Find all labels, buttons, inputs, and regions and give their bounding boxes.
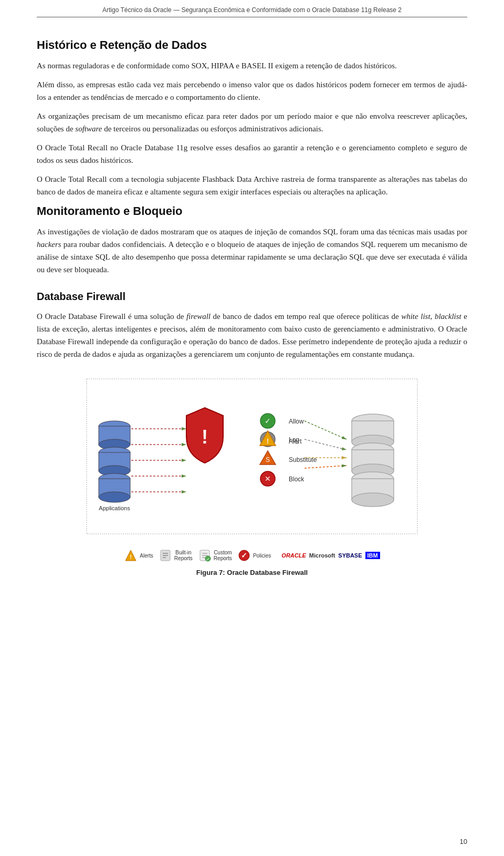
policies-label: Policies — [253, 553, 271, 559]
svg-text:S: S — [266, 456, 270, 463]
section-title-historico: Histórico e Retenção de Dados — [37, 38, 467, 52]
page-header: Artigo Técnico da Oracle — Segurança Eco… — [37, 0, 467, 17]
svg-line-36 — [304, 466, 346, 468]
figure-container: Applications ! ✓ Allo — [37, 376, 467, 579]
icon-custom-reports: ✓ CustomReports — [198, 549, 232, 562]
svg-point-10 — [99, 492, 130, 502]
svg-text:✓: ✓ — [206, 557, 209, 562]
firewall-diagram-svg: Applications ! ✓ Allo — [84, 376, 420, 544]
page-number: 10 — [460, 838, 467, 845]
applications-group: Applications — [99, 421, 130, 511]
svg-point-45 — [352, 493, 394, 507]
builtin-reports-label: Built-inReports — [174, 550, 193, 561]
section-title-firewall: Database Firewall — [37, 291, 467, 303]
monitoramento-p1: As investigações de violação de dados mo… — [37, 225, 467, 276]
historico-p4-text: O Oracle Total Recall no Oracle Database… — [37, 143, 467, 164]
historico-p1-text: As normas reguladoras e de conformidade … — [37, 61, 397, 70]
custom-reports-label: CustomReports — [214, 550, 232, 561]
svg-text:!: ! — [267, 438, 269, 445]
vendor-logos: ORACLE Microsoft SYBASE IBM — [281, 552, 380, 559]
svg-text:Allow: Allow — [289, 418, 304, 425]
svg-text:✓: ✓ — [265, 417, 271, 425]
vendor-ibm: IBM — [365, 552, 380, 559]
icon-builtin-reports: Built-inReports — [159, 549, 193, 562]
svg-text:✕: ✕ — [265, 475, 271, 483]
svg-text:!: ! — [130, 554, 132, 560]
historico-p2-text: Além disso, as empresas estão cada vez m… — [37, 80, 467, 101]
historico-p2: Além disso, as empresas estão cada vez m… — [37, 78, 467, 104]
historico-p5: O Oracle Total Recall com a tecnologia s… — [37, 173, 467, 198]
database-group — [352, 414, 394, 507]
icon-policies: ✓ Policies — [237, 549, 271, 562]
section-title-monitoramento: Monitoramento e Bloqueio — [37, 204, 467, 218]
bottom-icons-row: ! Alerts Built-inReports — [37, 549, 467, 562]
svg-line-33 — [304, 421, 346, 439]
historico-p4: O Oracle Total Recall no Oracle Database… — [37, 141, 467, 167]
icon-alerts: ! Alerts — [124, 549, 153, 562]
page-wrapper: Artigo Técnico da Oracle — Segurança Eco… — [0, 0, 504, 856]
figure-caption: Figura 7: Oracle Database Firewall — [37, 568, 467, 579]
svg-text:✓: ✓ — [241, 551, 247, 560]
header-text: Artigo Técnico da Oracle — Segurança Eco… — [102, 6, 402, 14]
vendor-microsoft: Microsoft — [309, 552, 335, 559]
svg-text:Block: Block — [289, 476, 304, 483]
svg-text:Applications: Applications — [99, 505, 130, 511]
svg-line-34 — [304, 439, 346, 450]
shield-group: ! — [186, 408, 223, 463]
historico-p1: As normas reguladoras e de conformidade … — [37, 59, 467, 72]
builtin-reports-icon — [159, 549, 172, 562]
custom-reports-icon: ✓ — [198, 549, 212, 562]
alert-icon: ! — [124, 549, 138, 562]
alerts-label: Alerts — [140, 553, 153, 559]
policies-icon: ✓ — [237, 549, 251, 562]
vendor-oracle: ORACLE — [281, 552, 306, 559]
content: Histórico e Retenção de Dados As normas … — [37, 17, 467, 579]
svg-text:!: ! — [202, 426, 208, 448]
historico-p5-text: O Oracle Total Recall com a tecnologia s… — [37, 175, 467, 196]
svg-text:Substitute: Substitute — [289, 456, 317, 463]
svg-text:Alert: Alert — [289, 438, 302, 445]
firewall-p1: O Oracle Database Firewall é uma solução… — [37, 310, 467, 360]
historico-p3: As organizações precisam de um mecanismo… — [37, 110, 467, 135]
vendor-sybase: SYBASE — [338, 552, 362, 559]
